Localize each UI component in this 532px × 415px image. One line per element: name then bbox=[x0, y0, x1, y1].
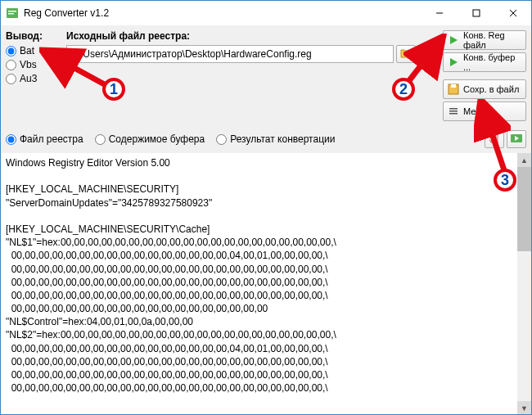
view-label: Результат конвертации bbox=[230, 133, 335, 145]
source-group: Исходный файл реестра: bbox=[66, 30, 438, 124]
radio-vbs[interactable] bbox=[6, 60, 16, 70]
run-icon bbox=[511, 133, 522, 146]
convert-buffer-button[interactable]: Конв. буфер ... bbox=[443, 52, 526, 72]
play-icon bbox=[448, 56, 459, 68]
radio-au3[interactable] bbox=[6, 74, 16, 84]
close-button[interactable] bbox=[494, 1, 531, 25]
play-icon bbox=[448, 34, 459, 46]
convert-reg-button[interactable]: Конв. Reg файл bbox=[443, 30, 526, 50]
run-button[interactable] bbox=[507, 130, 526, 148]
radio-view-file[interactable] bbox=[6, 134, 16, 145]
action-buttons: Конв. Reg файл Конв. буфер ... Сохр. в ф… bbox=[443, 30, 526, 124]
scroll-down-button[interactable]: ▼ bbox=[517, 401, 531, 415]
menu-button[interactable]: Меню bbox=[443, 101, 526, 121]
app-icon bbox=[6, 7, 19, 20]
save-icon bbox=[448, 83, 459, 95]
view-row: Файл реестра Содержимое буфера Результат… bbox=[1, 129, 531, 153]
vscroll-thumb[interactable] bbox=[517, 167, 531, 251]
svg-rect-15 bbox=[489, 133, 496, 141]
output-group: Вывод: Bat Vbs Au3 bbox=[6, 30, 61, 124]
copy-icon bbox=[489, 133, 499, 147]
browse-button[interactable] bbox=[396, 45, 416, 63]
svg-rect-11 bbox=[449, 108, 458, 110]
svg-rect-13 bbox=[449, 113, 458, 115]
output-option-bat[interactable]: Bat bbox=[6, 45, 61, 56]
svg-rect-10 bbox=[451, 84, 456, 88]
output-option-vbs[interactable]: Vbs bbox=[6, 59, 61, 70]
svg-rect-2 bbox=[8, 13, 14, 15]
save-file-button[interactable]: Сохр. в файл bbox=[443, 79, 526, 99]
svg-rect-4 bbox=[473, 10, 480, 16]
radio-bat[interactable] bbox=[6, 46, 16, 56]
menu-icon bbox=[448, 106, 459, 117]
view-option-buffer[interactable]: Содержимое буфера bbox=[95, 133, 205, 145]
view-option-result[interactable]: Результат конвертации bbox=[216, 133, 335, 145]
svg-rect-1 bbox=[8, 11, 16, 12]
copy-button[interactable] bbox=[485, 130, 504, 148]
clipboard-icon bbox=[423, 47, 433, 61]
paste-button[interactable] bbox=[418, 45, 438, 63]
btn-label: Конв. Reg файл bbox=[463, 30, 521, 50]
view-label: Файл реестра bbox=[20, 133, 83, 145]
btn-label: Меню bbox=[463, 106, 488, 116]
scroll-up-button[interactable]: ▲ bbox=[517, 153, 531, 167]
view-option-file[interactable]: Файл реестра bbox=[6, 133, 83, 145]
radio-view-result[interactable] bbox=[216, 134, 227, 145]
source-path-input[interactable] bbox=[66, 45, 394, 63]
radio-view-buffer[interactable] bbox=[95, 134, 106, 145]
window-title: Reg Converter v1.2 bbox=[24, 7, 421, 19]
editor-content[interactable]: Windows Registry Editor Version 5.00 [HK… bbox=[1, 153, 517, 415]
source-title: Исходный файл реестра: bbox=[66, 30, 438, 42]
output-label: Au3 bbox=[20, 73, 37, 84]
svg-rect-12 bbox=[449, 111, 458, 112]
btn-label: Конв. буфер ... bbox=[463, 52, 521, 72]
output-label: Vbs bbox=[20, 59, 37, 70]
output-label: Bat bbox=[20, 45, 34, 56]
vertical-scrollbar[interactable]: ▲ ▼ bbox=[517, 153, 531, 415]
folder-icon bbox=[400, 48, 412, 61]
output-title: Вывод: bbox=[6, 30, 61, 42]
maximize-button[interactable] bbox=[458, 1, 494, 25]
btn-label: Сохр. в файл bbox=[463, 84, 519, 94]
output-option-au3[interactable]: Au3 bbox=[6, 73, 61, 84]
editor-area: Windows Registry Editor Version 5.00 [HK… bbox=[1, 153, 531, 415]
svg-rect-8 bbox=[426, 47, 431, 50]
titlebar: Reg Converter v1.2 bbox=[1, 1, 531, 25]
top-panel: Вывод: Bat Vbs Au3 Исходный файл реестра… bbox=[1, 25, 531, 129]
minimize-button[interactable] bbox=[421, 1, 458, 25]
view-label: Содержимое буфера bbox=[109, 133, 205, 145]
